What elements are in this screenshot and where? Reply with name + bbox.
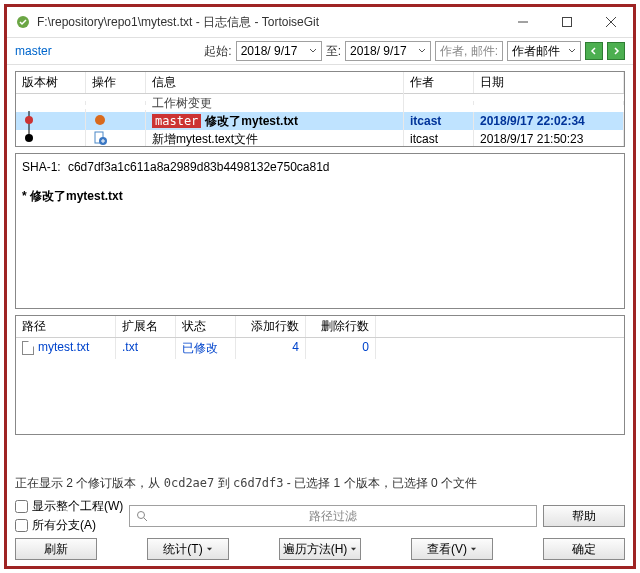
svg-point-6 [25, 116, 33, 124]
sha-label: SHA-1: [22, 160, 61, 174]
col-author[interactable]: 作者 [404, 72, 474, 93]
file-icon [22, 341, 34, 355]
file-header: 路径 扩展名 状态 添加行数 删除行数 [16, 316, 624, 338]
graph-node-icon [22, 129, 36, 147]
nav-prev-button[interactable] [585, 42, 603, 60]
refresh-button[interactable]: 刷新 [15, 538, 97, 560]
help-button[interactable]: 帮助 [543, 505, 625, 527]
col-info[interactable]: 信息 [146, 72, 404, 93]
file-row[interactable]: mytest.txt .txt 已修改 4 0 [16, 338, 624, 359]
col-date[interactable]: 日期 [474, 72, 624, 93]
branch-tag: master [152, 114, 201, 128]
window-frame: F:\repository\repo1\mytest.txt - 日志信息 - … [4, 4, 636, 569]
stats-button[interactable]: 统计(T) [147, 538, 229, 560]
search-input[interactable]: 作者, 邮件: [435, 41, 503, 61]
minimize-button[interactable] [501, 7, 545, 37]
filter-select[interactable]: 作者邮件 [507, 41, 581, 61]
from-label: 起始: [204, 43, 231, 60]
titlebar: F:\repository\repo1\mytest.txt - 日志信息 - … [7, 7, 633, 37]
from-date-picker[interactable]: 2018/ 9/17 [236, 41, 322, 61]
close-button[interactable] [589, 7, 633, 37]
maximize-button[interactable] [545, 7, 589, 37]
chevron-down-icon [309, 47, 317, 55]
dropdown-icon [470, 546, 477, 553]
show-whole-project-checkbox[interactable]: 显示整个工程(W) [15, 498, 123, 515]
svg-point-7 [95, 115, 105, 125]
modified-icon [92, 112, 108, 128]
svg-line-13 [144, 518, 147, 521]
dropdown-icon [350, 546, 357, 553]
status-line: 正在显示 2 个修订版本，从 0cd2ae7 到 c6d7df3 - 已选择 1… [15, 475, 625, 492]
commit-detail[interactable]: SHA-1: c6d7df3a1c611a8a2989d83b4498132e7… [15, 153, 625, 309]
toolbar: master 起始: 2018/ 9/17 至: 2018/ 9/17 作者, … [7, 37, 633, 65]
col-tree[interactable]: 版本树 [16, 72, 86, 93]
revision-list[interactable]: 版本树 操作 信息 作者 日期 工作树变更 master修改了mytest.tx… [15, 71, 625, 147]
search-icon [136, 510, 148, 522]
file-list[interactable]: 路径 扩展名 状态 添加行数 删除行数 mytest.txt .txt 已修改 … [15, 315, 625, 435]
ok-button[interactable]: 确定 [543, 538, 625, 560]
svg-point-9 [25, 134, 33, 142]
added-icon [92, 130, 108, 146]
sha-value: c6d7df3a1c611a8a2989d83b4498132e750ca81d [68, 160, 330, 174]
all-branches-checkbox[interactable]: 所有分支(A) [15, 517, 123, 534]
to-date-picker[interactable]: 2018/ 9/17 [345, 41, 431, 61]
col-op[interactable]: 操作 [86, 72, 146, 93]
window-title: F:\repository\repo1\mytest.txt - 日志信息 - … [37, 14, 501, 31]
svg-point-12 [138, 512, 145, 519]
to-label: 至: [326, 43, 341, 60]
chevron-down-icon [418, 47, 426, 55]
branch-link[interactable]: master [15, 44, 52, 58]
app-icon [15, 14, 31, 30]
nav-next-button[interactable] [607, 42, 625, 60]
svg-rect-2 [563, 18, 572, 27]
path-filter-input[interactable]: 路径过滤 [129, 505, 537, 527]
revision-header: 版本树 操作 信息 作者 日期 [16, 72, 624, 94]
walk-method-button[interactable]: 遍历方法(H) [279, 538, 361, 560]
chevron-down-icon [568, 47, 576, 55]
commit-message: * 修改了mytest.txt [22, 189, 123, 203]
revision-row[interactable]: 新增mytest.text文件 itcast 2018/9/17 21:50:2… [16, 130, 624, 147]
dropdown-icon [206, 546, 213, 553]
view-button[interactable]: 查看(V) [411, 538, 493, 560]
